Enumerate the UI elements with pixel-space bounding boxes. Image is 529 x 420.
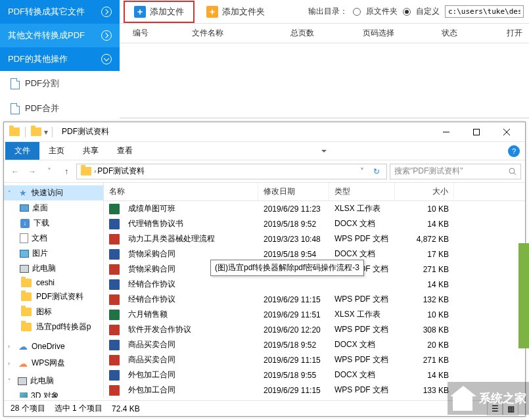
file-row[interactable]: 经销合作协议14 KB	[104, 277, 525, 292]
nav-other-to-pdf[interactable]: 其他文件转换成PDF	[0, 24, 120, 47]
tree-downloads[interactable]: 下载	[4, 216, 103, 231]
output-label: 输出目录：	[308, 6, 348, 17]
tree-xunyi[interactable]: 迅宜pdf转换器p	[4, 319, 103, 335]
file-row[interactable]: 商品买卖合同2019/6/29 11:15WPS PDF 文档271 KB	[104, 352, 525, 367]
search-icon	[509, 168, 517, 175]
file-name: 六月销售额	[123, 308, 173, 321]
tree-onedrive[interactable]: ›OneDrive	[4, 340, 103, 353]
tree-quick-access[interactable]: ˅ 快速访问	[4, 185, 103, 200]
navigation-tree[interactable]: ˅ 快速访问 桌面 下载 文档 图片 此电脑 ceshi PDF测试资料 图标 …	[4, 183, 104, 398]
tab-share[interactable]: 共享	[74, 142, 108, 160]
file-list-headers: 名称 修改日期 类型 大小	[104, 183, 525, 201]
file-type: WPS PDF 文档	[329, 293, 395, 306]
file-name: 货物采购合同	[123, 248, 181, 260]
header-date[interactable]: 修改日期	[258, 183, 329, 200]
file-row[interactable]: 商品买卖合同2019/5/18 9:52DOCX 文档20 KB	[104, 337, 525, 352]
file-row[interactable]: 经销合作协议2019/6/29 11:15WPS PDF 文档132 KB	[104, 292, 525, 307]
file-name: 货物采购合同	[123, 263, 181, 275]
file-size: 133 KB	[395, 385, 454, 396]
close-button[interactable]	[492, 123, 521, 141]
expand-icon[interactable]: ›	[8, 343, 14, 350]
breadcrumb-bar[interactable]: › PDF测试资料 ˅ ↻	[76, 164, 387, 179]
nav-back-button[interactable]: ←	[8, 164, 22, 179]
window-title: PDF测试资料	[62, 126, 109, 137]
pdf-converter-app: PDF转换成其它文件 其他文件转换成PDF PDF的其他操作 PDF分割 PDF…	[0, 0, 529, 118]
file-size: 10 KB	[395, 310, 454, 320]
file-date: 2019/3/23 10:48	[258, 234, 329, 245]
file-row[interactable]: 动力工具类器械处理流程2019/3/23 10:48WPS PDF 文档4,87…	[104, 231, 525, 246]
tree-pdf-test[interactable]: PDF测试资料	[4, 289, 103, 304]
plus-icon: +	[134, 6, 146, 18]
file-size: 308 KB	[395, 325, 454, 335]
file-type: DOCX 文档	[329, 338, 395, 351]
tree-this-pc-root[interactable]: ˅此电脑	[4, 373, 103, 388]
output-path-input[interactable]	[445, 5, 524, 18]
tab-file[interactable]: 文件	[5, 142, 39, 160]
tree-desktop[interactable]: 桌面	[4, 200, 103, 216]
download-icon	[20, 219, 30, 228]
file-type: WPS PDF 文档	[329, 354, 395, 366]
star-icon	[18, 189, 28, 198]
search-input[interactable]: 搜索"PDF测试资料"	[390, 164, 521, 179]
file-type-icon	[109, 340, 120, 350]
dropdown-icon[interactable]: ˅	[356, 167, 368, 176]
chevron-right-icon[interactable]: ›	[94, 168, 96, 175]
nav-pdf-other-ops[interactable]: PDF的其他操作	[0, 47, 120, 71]
overflow-icon[interactable]: ▾	[44, 128, 48, 137]
file-size: 14 KB	[395, 370, 454, 381]
expand-icon[interactable]: ˅	[8, 378, 14, 385]
tree-icons[interactable]: 图标	[4, 304, 103, 319]
plus-icon: +	[206, 6, 218, 18]
file-date: 2019/6/29 11:15	[258, 355, 329, 365]
tree-pictures[interactable]: 图片	[4, 246, 103, 261]
nav-pdf-to-other[interactable]: PDF转换成其它文件	[0, 0, 120, 24]
file-name: 经销合作协议	[123, 293, 181, 306]
tree-documents[interactable]: 文档	[4, 231, 103, 246]
window-controls	[432, 123, 521, 141]
header-type[interactable]: 类型	[329, 183, 395, 200]
file-size: 132 KB	[395, 294, 454, 305]
add-folder-button[interactable]: + 添加文件夹	[197, 2, 274, 22]
maximize-button[interactable]	[462, 123, 491, 141]
status-selected: 选中 1 个项目	[55, 403, 103, 414]
file-row[interactable]: 软件开发合作协议2019/6/20 12:20WPS PDF 文档308 KB	[104, 322, 525, 337]
add-file-button[interactable]: + 添加文件	[124, 1, 195, 23]
explorer-nav-bar: ← → ˅ ↑ › PDF测试资料 ˅ ↻ 搜索"PDF测试资料"	[4, 160, 525, 183]
tree-3d-objects[interactable]: 3D 对象	[4, 388, 103, 398]
explorer-titlebar[interactable]: ▾ PDF测试资料	[4, 122, 525, 142]
expand-icon[interactable]: ›	[8, 360, 14, 367]
header-name[interactable]: 名称	[104, 183, 258, 200]
nav-label: PDF转换成其它文件	[8, 6, 85, 18]
file-date: 2019/5/18 9:52	[258, 340, 329, 350]
file-row[interactable]: 外包加工合同2019/5/18 9:55DOCX 文档14 KB	[104, 367, 525, 383]
nav-forward-button[interactable]: →	[25, 164, 39, 179]
ribbon-expand-icon[interactable]	[321, 150, 327, 152]
tree-ceshi[interactable]: ceshi	[4, 276, 103, 289]
tab-view[interactable]: 查看	[108, 142, 142, 160]
nav-up-button[interactable]: ↑	[59, 164, 74, 179]
file-row[interactable]: 代理销售协议书2019/5/18 9:52DOCX 文档14 KB	[104, 216, 525, 231]
minimize-button[interactable]	[432, 123, 461, 141]
expand-icon[interactable]: ˅	[8, 190, 14, 197]
header-size[interactable]: 大小	[395, 183, 454, 200]
nav-recent-dropdown[interactable]: ˅	[42, 164, 57, 179]
sub-pdf-merge[interactable]: PDF合并	[0, 96, 120, 121]
breadcrumb-segment[interactable]: PDF测试资料	[97, 166, 145, 177]
tree-wps[interactable]: ›WPS网盘	[4, 356, 103, 371]
radio-original-folder[interactable]	[353, 8, 361, 16]
sub-pdf-split[interactable]: PDF分割	[0, 71, 120, 96]
file-size: 17 KB	[395, 249, 454, 260]
file-date: 2019/6/29 11:23	[258, 204, 329, 214]
tree-this-pc[interactable]: 此电脑	[4, 261, 103, 276]
help-icon[interactable]	[508, 145, 520, 157]
refresh-button[interactable]: ↻	[369, 167, 384, 176]
sub-label: PDF分割	[25, 78, 59, 89]
file-size: 14 KB	[395, 279, 454, 290]
file-row[interactable]: 六月销售额2019/6/29 11:51XLSX 工作表10 KB	[104, 307, 525, 322]
document-icon	[11, 78, 20, 89]
file-type-icon	[109, 219, 120, 229]
tab-home[interactable]: 主页	[39, 142, 74, 160]
file-row[interactable]: 成绩单图可班2019/6/29 11:23XLSX 工作表10 KB	[104, 201, 525, 216]
radio-custom[interactable]	[403, 8, 411, 16]
file-type: WPS PDF 文档	[329, 233, 395, 245]
